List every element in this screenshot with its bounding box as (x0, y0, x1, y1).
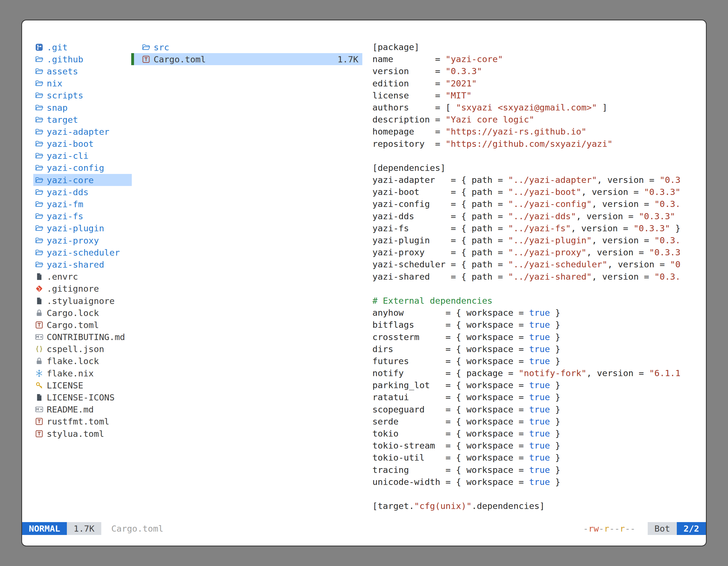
dir-row[interactable]: yazi-fs (33, 210, 132, 222)
dir-row[interactable]: yazi-core (33, 174, 132, 186)
dir-row[interactable]: yazi-adapter (33, 126, 132, 138)
code-line: edition = "2021" (372, 78, 702, 90)
code-line: yazi-shared = { path = "../yazi-shared",… (372, 271, 702, 283)
code-line: tokio-util = { workspace = true } (372, 452, 702, 464)
lock-icon (35, 357, 43, 365)
file-label: yazi-scheduler (47, 248, 120, 258)
file-icon (35, 273, 43, 281)
file-label: README.md (47, 404, 94, 414)
dir-row[interactable]: yazi-fm (33, 198, 132, 210)
code-line: [package] (372, 41, 702, 53)
file-row[interactable]: CONTRIBUTING.md (33, 331, 132, 343)
dir-row[interactable]: yazi-cli (33, 150, 132, 162)
folder-icon (35, 128, 43, 136)
file-row[interactable]: Cargo.toml1.7K (131, 53, 362, 65)
file-label: stylua.toml (47, 429, 104, 439)
file-row[interactable]: LICENSE (33, 379, 132, 391)
code-line: yazi-dds = { path = "../yazi-dds", versi… (372, 210, 702, 222)
dir-row[interactable]: yazi-scheduler (33, 247, 132, 259)
file-row[interactable]: flake.nix (33, 367, 132, 379)
code-line: [target."cfg(unix)".dependencies] (372, 500, 702, 512)
file-label: yazi-cli (47, 151, 88, 161)
folder-icon (35, 140, 43, 148)
file-row[interactable]: cspell.json (33, 343, 132, 355)
license-icon (35, 381, 43, 389)
folder-icon (35, 248, 43, 257)
file-icon (35, 393, 43, 401)
file-label: yazi-core (47, 175, 94, 185)
folder-icon (35, 224, 43, 233)
code-line: yazi-fs = { path = "../yazi-fs", version… (372, 222, 702, 234)
code-line: [dependencies] (372, 162, 702, 174)
file-label: cspell.json (47, 344, 104, 354)
code-line (372, 488, 702, 500)
file-row[interactable]: LICENSE-ICONS (33, 391, 132, 403)
code-line (372, 283, 702, 295)
code-line: bitflags = { workspace = true } (372, 319, 702, 331)
file-label: .git (47, 42, 68, 52)
file-label: LICENSE (47, 380, 83, 390)
file-row[interactable]: Cargo.lock (33, 307, 132, 319)
file-label: flake.lock (47, 356, 99, 366)
nix-icon (35, 369, 43, 377)
json-icon (35, 345, 43, 353)
dir-row[interactable]: yazi-boot (33, 138, 132, 150)
dir-row[interactable]: .git (33, 41, 132, 53)
file-label: target (47, 115, 78, 125)
file-label: yazi-plugin (47, 223, 104, 233)
permissions-text: -rw-r--r-- (583, 523, 635, 534)
folder-icon (35, 79, 43, 88)
file-label: yazi-adapter (47, 127, 109, 137)
file-row[interactable]: .gitignore (33, 283, 132, 295)
dir-row[interactable]: assets (33, 65, 132, 77)
file-row[interactable]: Cargo.toml (33, 319, 132, 331)
file-row[interactable]: stylua.toml (33, 427, 132, 440)
code-line: anyhow = { workspace = true } (372, 307, 702, 319)
code-line: serde = { workspace = true } (372, 415, 702, 427)
status-bar: NORMAL 1.7K Cargo.toml -rw-r--r-- Bot 2/… (22, 522, 706, 535)
file-label: CONTRIBUTING.md (47, 332, 125, 342)
file-label: rustfmt.toml (47, 416, 109, 426)
dir-row[interactable]: snap (33, 102, 132, 114)
dir-row[interactable]: yazi-config (33, 162, 132, 174)
file-row[interactable]: rustfmt.toml (33, 415, 132, 427)
current-pane[interactable]: srcCargo.toml1.7K (131, 41, 362, 65)
dir-row[interactable]: .github (33, 53, 132, 65)
code-line: futures = { workspace = true } (372, 355, 702, 367)
code-line: authors = [ "sxyazi <sxyazi@gmail.com>" … (372, 102, 702, 114)
status-filename: Cargo.toml (111, 523, 164, 534)
folder-icon (35, 236, 43, 245)
folder-icon (142, 43, 150, 51)
toml-icon (142, 55, 150, 64)
code-line: scopeguard = { workspace = true } (372, 403, 702, 415)
dir-row[interactable]: scripts (33, 90, 132, 102)
parent-pane[interactable]: .git.githubassetsnixscriptssnaptargetyaz… (33, 41, 132, 440)
file-label: src (154, 42, 169, 52)
file-label: .styluaignore (47, 296, 115, 306)
folder-icon (35, 67, 43, 76)
mode-badge: NORMAL (22, 522, 67, 535)
git-repo-icon (35, 43, 43, 51)
dir-row[interactable]: yazi-plugin (33, 222, 132, 234)
dir-row[interactable]: yazi-proxy (33, 234, 132, 247)
file-label: yazi-config (47, 163, 104, 173)
file-row[interactable]: flake.lock (33, 355, 132, 367)
code-line: tokio-stream = { workspace = true } (372, 440, 702, 452)
file-row[interactable]: .envrc (33, 271, 132, 283)
file-label: yazi-fm (47, 199, 83, 209)
code-line: description = "Yazi core logic" (372, 114, 702, 126)
file-row[interactable]: README.md (33, 403, 132, 415)
dir-row[interactable]: nix (33, 78, 132, 90)
file-label: Cargo.toml (47, 320, 99, 330)
dir-row[interactable]: yazi-dds (33, 186, 132, 198)
code-line: yazi-scheduler = { path = "../yazi-sched… (372, 259, 702, 271)
dir-row[interactable]: src (131, 41, 362, 53)
code-line: name = "yazi-core" (372, 53, 702, 65)
file-row[interactable]: .styluaignore (33, 295, 132, 307)
folder-icon (35, 164, 43, 172)
dir-row[interactable]: yazi-shared (33, 259, 132, 271)
dir-row[interactable]: target (33, 114, 132, 126)
folder-icon (35, 261, 43, 269)
preview-pane[interactable]: [package]name = "yazi-core"version = "0.… (372, 41, 702, 512)
code-line: notify = { package = "notify-fork", vers… (372, 367, 702, 379)
